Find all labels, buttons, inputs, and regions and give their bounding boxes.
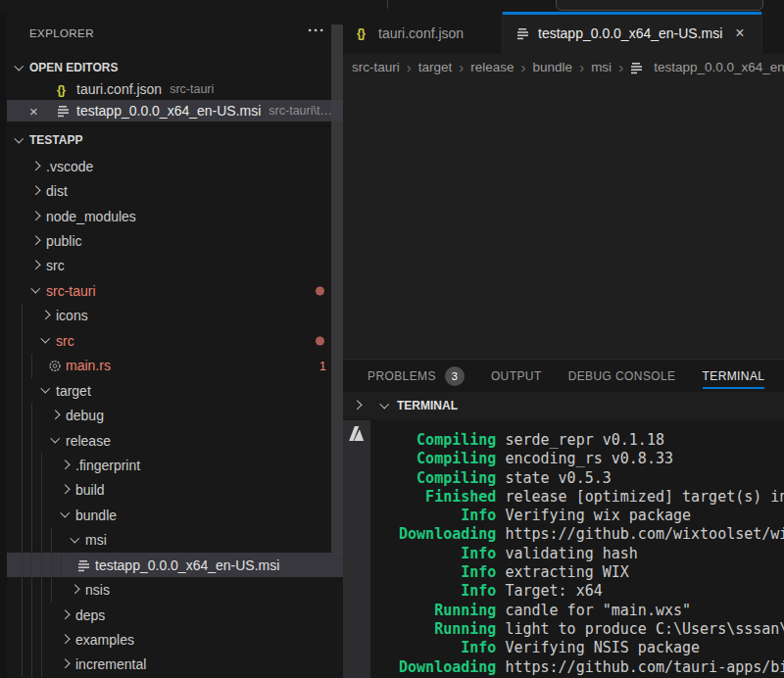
breadcrumb-item[interactable]: target bbox=[418, 60, 453, 74]
breadcrumb-file[interactable]: testapp_0.0.0_x64_en-US.msi bbox=[630, 60, 784, 75]
file-lines-icon bbox=[516, 25, 530, 41]
tree-item[interactable]: icons bbox=[0, 304, 343, 328]
tree-item[interactable]: dist bbox=[0, 178, 343, 203]
problems-count-badge: 3 bbox=[445, 366, 465, 386]
tree-item-label: src bbox=[46, 258, 65, 273]
bottom-panel: PROBLEMS 3 OUTPUT DEBUG CONSOLE TERMINAL… bbox=[343, 359, 784, 678]
open-editor-description: src-tauri\t… bbox=[269, 104, 332, 118]
panel-tab[interactable]: DEBUG CONSOLE bbox=[568, 360, 676, 392]
chevron-icon bbox=[28, 159, 44, 174]
chevron-icon bbox=[28, 283, 44, 299]
chevron-down-icon bbox=[12, 60, 27, 75]
project-section: TESTAPP .vscode dist node_modules public… bbox=[0, 125, 343, 677]
chevron-icon bbox=[28, 233, 44, 249]
tree-item-label: dist bbox=[46, 183, 68, 199]
file-icon bbox=[57, 103, 76, 119]
tree-item[interactable]: testapp_0.0.0_x64_en-US.msi bbox=[0, 553, 343, 577]
more-actions-icon[interactable]: ··· bbox=[308, 22, 325, 38]
open-editors-label: OPEN EDITORS bbox=[29, 61, 118, 74]
problems-badge: 1 bbox=[319, 359, 326, 373]
panel-tab[interactable]: TERMINAL bbox=[703, 360, 765, 392]
chevron-icon bbox=[58, 607, 74, 623]
open-editors-header[interactable]: OPEN EDITORS bbox=[0, 57, 343, 78]
terminal-line-label: Info bbox=[390, 545, 496, 562]
project-header[interactable]: TESTAPP bbox=[0, 126, 343, 154]
tree-item[interactable]: release bbox=[0, 428, 343, 453]
breadcrumb-item[interactable]: release bbox=[470, 60, 514, 74]
terminal-line-label: Info bbox=[390, 563, 496, 581]
panel-tab-label: DEBUG CONSOLE bbox=[568, 369, 676, 383]
close-icon[interactable]: × bbox=[735, 25, 744, 41]
tree-item[interactable]: deps bbox=[0, 603, 343, 627]
chevron-icon bbox=[58, 632, 74, 648]
tree-item[interactable]: target bbox=[0, 378, 343, 403]
tree-item[interactable]: src bbox=[0, 254, 343, 278]
tree-item[interactable]: msi bbox=[0, 528, 343, 553]
breadcrumb-separator-icon: › bbox=[618, 59, 623, 75]
file-icon: {} bbox=[357, 25, 376, 40]
tree-item[interactable]: src-tauri bbox=[0, 278, 343, 303]
editor-tab-label: testapp_0.0.0_x64_en-US.msi bbox=[538, 25, 722, 41]
tree-item[interactable]: src bbox=[0, 328, 343, 353]
breadcrumb-item[interactable]: bundle bbox=[533, 60, 573, 74]
tree-item-label: bundle bbox=[75, 508, 117, 523]
file-icon: {} bbox=[57, 82, 76, 97]
chevron-icon bbox=[58, 482, 74, 498]
terminal-section-header[interactable]: TERMINAL bbox=[343, 392, 784, 419]
editor-tab-label: tauri.conf.json bbox=[378, 25, 464, 41]
vscode-window: EXPLORER ··· OPEN EDITORS {} tauri.conf.… bbox=[0, 0, 784, 678]
tree-item[interactable]: public bbox=[0, 228, 343, 253]
panel-tab-label: TERMINAL bbox=[703, 369, 765, 383]
editor-tab[interactable]: {} tauri.conf.json bbox=[343, 12, 503, 54]
panel-tab[interactable]: OUTPUT bbox=[491, 360, 542, 392]
tree-item[interactable]: node_modules bbox=[0, 204, 343, 228]
explorer-header: EXPLORER ··· bbox=[0, 12, 343, 51]
editor-tab[interactable]: testapp_0.0.0_x64_en-US.msi × bbox=[503, 12, 762, 54]
file-icon bbox=[77, 557, 91, 573]
file-lines-icon bbox=[57, 103, 71, 119]
terminal-output: Compiling serde_repr v0.1.18 Compiling e… bbox=[390, 431, 784, 677]
chevron-icon bbox=[68, 582, 83, 598]
tree-item[interactable]: .vscode bbox=[0, 154, 343, 178]
tree-item-label: build bbox=[75, 482, 105, 498]
breadcrumb-item[interactable]: src-tauri bbox=[352, 60, 400, 74]
terminal-tabs-strip[interactable] bbox=[343, 420, 370, 678]
tree-item-label: incremental bbox=[75, 656, 146, 672]
azure-icon bbox=[346, 423, 367, 444]
breadcrumb-item[interactable]: msi bbox=[591, 60, 612, 74]
tree-item-label: .vscode bbox=[46, 159, 93, 174]
chevron-icon bbox=[58, 656, 74, 672]
chevron-down-icon bbox=[12, 132, 27, 148]
terminal-line-label: Compiling bbox=[390, 450, 496, 467]
editor-content[interactable] bbox=[343, 80, 784, 359]
explorer-sidebar: EXPLORER ··· OPEN EDITORS {} tauri.conf.… bbox=[0, 12, 343, 678]
tree-item[interactable]: nsis bbox=[0, 577, 343, 602]
json-icon: {} bbox=[57, 82, 65, 97]
chevron-down-icon bbox=[377, 398, 393, 413]
terminal-line-label: Finished bbox=[390, 488, 496, 506]
open-editor-name: tauri.conf.json bbox=[76, 81, 162, 97]
close-icon[interactable]: × bbox=[29, 104, 57, 119]
terminal-view[interactable]: Compiling serde_repr v0.1.18 Compiling e… bbox=[343, 420, 784, 678]
chevron-icon bbox=[58, 508, 74, 523]
tree-item[interactable]: main.rs 1 bbox=[0, 354, 343, 378]
tree-item[interactable]: debug bbox=[0, 403, 343, 427]
open-editor-item[interactable]: × testapp_0.0.0_x64_en-US.msi src-tauri\… bbox=[0, 100, 343, 121]
chevron-icon bbox=[48, 433, 64, 449]
tree-item[interactable]: bundle bbox=[0, 503, 343, 527]
title-bar bbox=[0, 0, 784, 12]
tree-item-label: icons bbox=[56, 308, 88, 323]
tree-item[interactable]: examples bbox=[0, 627, 343, 652]
sidebar-scrollbar[interactable] bbox=[331, 24, 343, 554]
command-center-search[interactable] bbox=[556, 0, 763, 11]
open-editor-item[interactable]: {} tauri.conf.json src-tauri bbox=[0, 78, 343, 100]
tree-item[interactable]: .fingerprint bbox=[0, 453, 343, 477]
sidebar-left-edge bbox=[0, 12, 7, 678]
terminal-line-label: Running bbox=[390, 620, 496, 638]
tree-item[interactable]: build bbox=[0, 478, 343, 503]
tree-item-label: src-tauri bbox=[46, 283, 96, 299]
panel-tab-label: OUTPUT bbox=[491, 369, 542, 383]
panel-tab[interactable]: PROBLEMS 3 bbox=[368, 360, 465, 392]
problems-badge bbox=[316, 336, 324, 345]
tree-item[interactable]: incremental bbox=[0, 653, 343, 677]
